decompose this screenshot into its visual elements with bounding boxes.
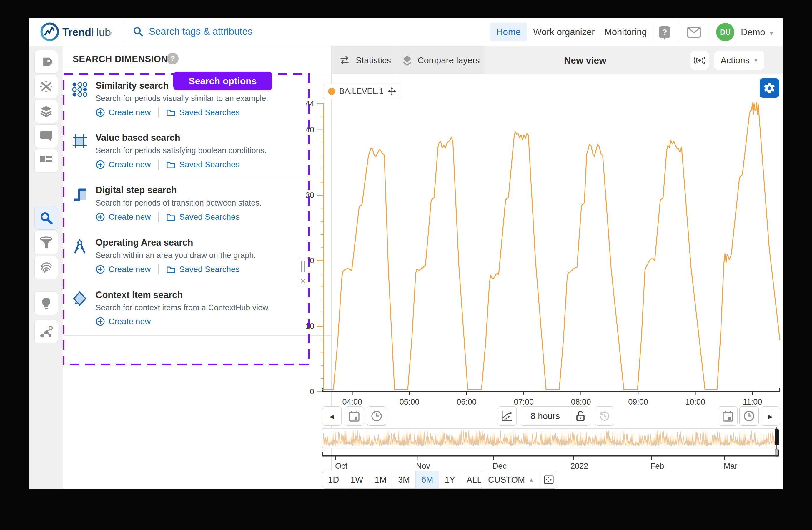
svg-text:Nov: Nov (416, 462, 431, 471)
global-search-input[interactable]: Search tags & attributes (132, 26, 252, 37)
link-separator (158, 212, 159, 222)
range-1w[interactable]: 1W (345, 471, 369, 488)
svg-text:Mar: Mar (724, 462, 738, 471)
option-description: Search for periods satisfying boolean co… (96, 146, 266, 155)
svg-text:Oct: Oct (335, 462, 348, 471)
unlock-icon (576, 410, 585, 422)
saved-searches-link[interactable]: Saved Searches (166, 265, 240, 274)
rail-fingerprint-button[interactable] (34, 255, 58, 279)
pan-left-button[interactable]: ◂ (322, 406, 342, 426)
rail-tags-button[interactable] (34, 50, 58, 74)
splitter-grip-icon[interactable] (298, 257, 308, 276)
create-new-link[interactable]: Create new (96, 212, 151, 222)
end-date-button[interactable] (718, 406, 738, 426)
time-span-group: 8 hours (520, 406, 590, 426)
option-value-based-search[interactable]: Value based search Search for periods sa… (63, 126, 331, 179)
nav-home[interactable]: Home (490, 23, 527, 41)
plus-circle-icon (96, 160, 105, 169)
saved-searches-link[interactable]: Saved Searches (166, 108, 240, 117)
option-context-item-search[interactable]: Context Item search Search for context i… (63, 283, 331, 336)
rail-search-button[interactable] (34, 206, 58, 230)
svg-text:09:00: 09:00 (628, 398, 648, 406)
move-icon[interactable] (388, 87, 396, 96)
rail-comments-button[interactable] (34, 124, 58, 148)
nav-monitoring[interactable]: Monitoring (598, 23, 653, 41)
nav-work-organizer[interactable]: Work organizer (527, 23, 601, 41)
folder-icon (166, 213, 176, 221)
lock-span-button[interactable] (571, 407, 590, 426)
calendar-icon (349, 410, 360, 422)
rail-dashboard-button[interactable] (34, 149, 58, 172)
create-new-link[interactable]: Create new (96, 317, 151, 326)
statistics-button[interactable]: Statistics (333, 46, 397, 74)
option-operating-area-search[interactable]: Operating Area search Search within an a… (63, 231, 331, 283)
operating-area-search-icon (72, 238, 87, 254)
user-caret-icon[interactable]: ▾ (770, 29, 773, 37)
panel-close-icon[interactable]: ✕ (298, 276, 308, 287)
link-separator (158, 108, 159, 117)
custom-range-button[interactable]: CUSTOM ▴ (481, 471, 540, 488)
rail-recommendations-button[interactable] (34, 320, 58, 343)
time-span-button[interactable]: 8 hours (520, 407, 571, 426)
option-digital-step-search[interactable]: Digital step search Search for periods o… (63, 179, 331, 231)
chevron-up-icon: ▴ (530, 476, 533, 484)
share-nodes-icon (40, 325, 53, 338)
saved-searches-link[interactable]: Saved Searches (166, 160, 240, 169)
history-button[interactable] (595, 406, 614, 426)
compare-layers-icon (402, 55, 412, 66)
svg-text:04:00: 04:00 (343, 398, 362, 406)
rail-formulas-button[interactable]: + ÷ × − (34, 75, 58, 98)
svg-text:11:00: 11:00 (743, 398, 762, 406)
folder-icon (166, 108, 176, 116)
compare-layers-button[interactable]: Compare layers (397, 46, 485, 74)
fingerprint-icon (40, 261, 53, 274)
compressed-view-button[interactable] (497, 406, 517, 426)
panel-title: SEARCH DIMENSIONS (73, 54, 174, 65)
create-new-link[interactable]: Create new (96, 160, 151, 169)
panel-splitter[interactable]: ✕ (298, 257, 308, 287)
rail-filter-button[interactable] (34, 231, 58, 254)
start-time-button[interactable] (367, 406, 386, 426)
svg-text:10:00: 10:00 (685, 398, 705, 406)
panel-help-icon[interactable]: ? (167, 53, 178, 65)
arrow-left-icon: ◂ (330, 411, 334, 421)
svg-text:30: 30 (306, 191, 314, 200)
svg-text:40: 40 (306, 125, 314, 134)
view-title-zone: New view Actions ▾ (485, 46, 783, 74)
end-time-button[interactable] (739, 406, 759, 426)
rail-layers-button[interactable] (34, 99, 58, 123)
pan-right-button[interactable]: ▸ (760, 406, 780, 426)
tag-legend-chip[interactable]: BA:LEVEL.1 (323, 84, 401, 99)
top-bar: TrendHub ▾ Search tags & attributes Home… (29, 18, 783, 46)
actions-button[interactable]: Actions ▾ (714, 51, 764, 70)
range-3m[interactable]: 3M (392, 471, 416, 488)
rail-suggestions-button[interactable] (34, 292, 58, 315)
start-date-button[interactable] (345, 406, 364, 426)
chevron-down-icon: ▾ (754, 57, 757, 64)
trend-chart[interactable]: 0102030404404:0005:0006:0007:0008:0009:0… (306, 88, 783, 430)
live-mode-button[interactable] (690, 51, 709, 70)
messages-button[interactable] (687, 27, 701, 39)
plus-circle-icon (96, 265, 105, 274)
option-title: Similarity search (96, 80, 169, 91)
link-separator (158, 264, 159, 275)
plus-circle-icon (96, 212, 105, 222)
svg-text:05:00: 05:00 (400, 398, 420, 406)
saved-searches-link[interactable]: Saved Searches (166, 212, 240, 222)
help-button[interactable]: ? (658, 25, 671, 41)
chart-settings-button[interactable] (760, 78, 779, 98)
user-menu[interactable]: Demo (741, 27, 765, 38)
mail-icon (687, 27, 701, 38)
create-new-link[interactable]: Create new (96, 265, 151, 274)
actions-label: Actions (721, 55, 749, 65)
range-1d[interactable]: 1D (322, 471, 345, 488)
saved-searches-label: Saved Searches (179, 108, 240, 117)
user-avatar[interactable]: DU (716, 23, 734, 41)
range-6m[interactable]: 6M (416, 471, 439, 488)
fit-window-button[interactable] (540, 471, 557, 488)
range-1y[interactable]: 1Y (439, 471, 461, 488)
brand-caret-icon[interactable]: ▾ (108, 29, 112, 38)
create-new-link[interactable]: Create new (96, 108, 151, 117)
range-1m[interactable]: 1M (369, 471, 392, 488)
brand-name[interactable]: TrendHub (62, 26, 111, 39)
